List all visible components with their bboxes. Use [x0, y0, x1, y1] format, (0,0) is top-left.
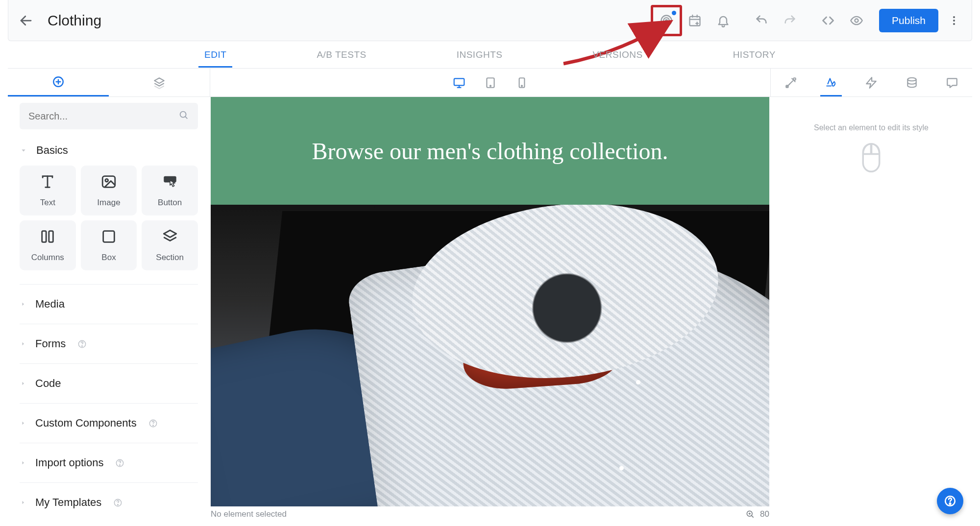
section-import-label: Import options — [35, 456, 103, 469]
zoom-value: 80 — [760, 509, 769, 519]
data-tab[interactable] — [897, 69, 927, 96]
undo-button[interactable] — [749, 8, 774, 33]
svg-rect-18 — [454, 78, 464, 85]
section-icon — [162, 228, 178, 247]
svg-point-28 — [907, 77, 916, 81]
schedule-button[interactable] — [682, 8, 708, 33]
component-search[interactable] — [20, 103, 198, 129]
section-code[interactable]: Code — [20, 363, 198, 403]
section-code-label: Code — [35, 377, 61, 390]
svg-point-24 — [521, 85, 522, 86]
style-tab[interactable] — [816, 69, 846, 96]
search-icon — [178, 110, 189, 122]
editor-canvas[interactable]: Browse our men's clothing collection. — [211, 97, 769, 506]
back-button[interactable] — [16, 13, 36, 28]
animate-tab[interactable] — [857, 69, 886, 96]
component-box-label: Box — [101, 253, 116, 263]
text-icon — [39, 173, 56, 192]
columns-icon — [39, 228, 56, 247]
help-icon[interactable] — [148, 419, 158, 428]
tab-insights[interactable]: INSIGHTS — [451, 42, 509, 68]
help-icon[interactable] — [77, 339, 87, 349]
chevron-right-icon — [20, 381, 26, 387]
svg-rect-31 — [102, 176, 115, 188]
component-button[interactable]: Button — [142, 166, 198, 215]
zoom-control[interactable]: 80 — [745, 509, 769, 519]
hero-image[interactable] — [211, 205, 769, 506]
selection-status: No element selected — [211, 509, 287, 519]
device-desktop-button[interactable] — [449, 72, 469, 93]
component-image[interactable]: Image — [81, 166, 137, 215]
section-custom-components[interactable]: Custom Components — [20, 403, 198, 443]
header-actions: Publish — [654, 8, 964, 33]
right-tabs — [770, 69, 972, 96]
app-header: Clothing Publish — [8, 0, 972, 41]
redo-button[interactable] — [777, 8, 803, 33]
tab-edit[interactable]: EDIT — [198, 42, 232, 68]
tab-ab-tests[interactable]: A/B TESTS — [311, 42, 372, 68]
publish-button[interactable]: Publish — [879, 9, 938, 32]
insert-tab[interactable] — [8, 69, 109, 96]
svg-rect-4 — [690, 16, 700, 25]
preview-button[interactable] — [844, 8, 869, 33]
section-custom-components-label: Custom Components — [35, 417, 137, 430]
svg-marker-17 — [154, 78, 164, 83]
component-button-label: Button — [158, 198, 182, 208]
component-text-label: Text — [40, 198, 55, 208]
left-panel: Basics Text Image Button Columns — [8, 97, 210, 526]
main-tabs: EDIT A/B TESTS INSIGHTS VERSIONS HISTORY — [8, 41, 972, 69]
component-columns[interactable]: Columns — [20, 220, 76, 270]
basics-grid: Text Image Button Columns Box — [20, 166, 198, 270]
svg-rect-36 — [103, 231, 115, 242]
hero-heading[interactable]: Browse our men's clothing collection. — [312, 138, 668, 165]
section-basics-header[interactable]: Basics — [20, 129, 198, 166]
more-menu-button[interactable] — [944, 15, 964, 26]
svg-point-3 — [665, 20, 667, 22]
help-icon[interactable] — [115, 458, 124, 468]
device-switcher — [210, 69, 770, 96]
targeting-button[interactable] — [654, 8, 679, 33]
svg-point-11 — [953, 16, 955, 18]
device-tablet-button[interactable] — [480, 72, 501, 93]
svg-point-41 — [152, 425, 153, 426]
svg-point-22 — [490, 85, 490, 86]
mouse-icon — [858, 143, 884, 174]
component-box[interactable]: Box — [81, 220, 137, 270]
button-icon — [162, 173, 178, 192]
layers-tab[interactable] — [109, 69, 210, 96]
svg-point-51 — [950, 503, 951, 504]
svg-point-32 — [105, 179, 108, 182]
section-media[interactable]: Media — [20, 284, 198, 324]
design-tools-tab[interactable] — [776, 69, 806, 96]
notifications-button[interactable] — [710, 8, 736, 33]
chevron-down-icon — [20, 147, 27, 154]
tab-history[interactable]: HISTORY — [727, 42, 782, 68]
chevron-right-icon — [20, 301, 26, 308]
svg-point-45 — [118, 504, 119, 505]
section-forms-label: Forms — [35, 337, 66, 350]
help-fab[interactable] — [937, 488, 963, 514]
section-my-templates-label: My Templates — [35, 496, 101, 509]
comments-tab[interactable] — [937, 69, 967, 96]
tab-versions[interactable]: VERSIONS — [587, 42, 648, 68]
component-text[interactable]: Text — [20, 166, 76, 215]
svg-point-29 — [180, 112, 186, 118]
chevron-right-icon — [20, 420, 26, 427]
page-title: Clothing — [48, 12, 101, 29]
hero-section[interactable]: Browse our men's clothing collection. — [211, 97, 769, 205]
component-image-label: Image — [97, 198, 120, 208]
component-section-label: Section — [156, 253, 184, 263]
svg-marker-37 — [164, 230, 176, 237]
section-forms[interactable]: Forms — [20, 324, 198, 363]
component-section[interactable]: Section — [142, 220, 198, 270]
section-import-options[interactable]: Import options — [20, 443, 198, 482]
code-view-button[interactable] — [815, 8, 841, 33]
section-my-templates[interactable]: My Templates — [20, 482, 198, 522]
search-input[interactable] — [28, 111, 178, 122]
svg-point-43 — [120, 464, 121, 465]
svg-point-10 — [855, 19, 858, 22]
device-mobile-button[interactable] — [512, 72, 532, 93]
chevron-right-icon — [20, 500, 26, 506]
help-icon[interactable] — [113, 498, 122, 507]
editor-toolbar — [8, 69, 972, 97]
